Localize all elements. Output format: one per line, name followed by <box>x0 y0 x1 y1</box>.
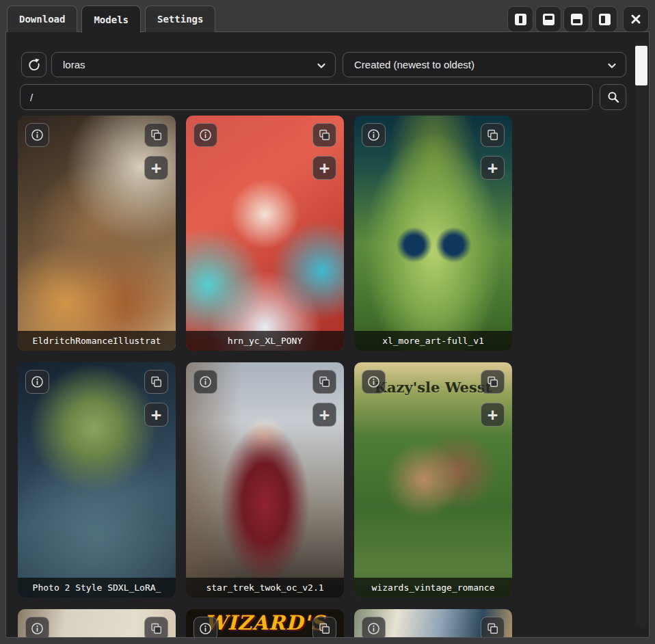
info-icon <box>31 129 44 142</box>
card-copy-button[interactable] <box>144 370 168 394</box>
model-type-select[interactable]: loras <box>51 52 336 77</box>
card-info-button[interactable] <box>193 370 217 394</box>
sort-select[interactable]: Created (newest to oldest) <box>343 52 626 77</box>
card-label: xl_more_art-full_v1 <box>354 331 512 351</box>
tab-download[interactable]: Download <box>7 5 77 32</box>
layout-panel-bottom-button[interactable] <box>563 6 589 32</box>
card-label: star_trek_twok_oc_v2.1 <box>186 578 344 598</box>
copy-icon <box>150 375 163 388</box>
model-card-6[interactable]: Kazy'sle Wesst + wizards_vintage_romance <box>354 362 512 598</box>
layout-panel-bottom-icon <box>571 14 583 25</box>
model-card-1[interactable]: + EldritchRomanceIllustrat <box>18 116 176 351</box>
plus-icon: + <box>151 406 161 423</box>
layout-panel-top-button[interactable] <box>535 6 561 32</box>
info-icon <box>367 129 380 142</box>
tab-models[interactable]: Models <box>81 5 141 33</box>
layout-split-vertical-icon <box>515 14 526 25</box>
copy-icon <box>150 622 163 635</box>
layout-panel-left-button[interactable] <box>591 6 617 32</box>
info-icon <box>31 375 44 388</box>
card-add-button[interactable]: + <box>481 156 505 180</box>
copy-icon <box>486 622 499 635</box>
card-add-button[interactable]: + <box>312 156 336 180</box>
card-copy-button[interactable] <box>481 617 505 638</box>
card-copy-button[interactable] <box>144 123 168 147</box>
card-label: wizards_vintage_romance <box>354 578 512 598</box>
tab-bar: DownloadModelsSettings <box>7 5 215 32</box>
card-copy-button[interactable] <box>312 123 336 147</box>
plus-icon: + <box>151 159 161 176</box>
close-icon <box>629 12 643 26</box>
model-card-3[interactable]: + xl_more_art-full_v1 <box>354 116 512 351</box>
copy-icon <box>486 129 499 142</box>
refresh-button[interactable] <box>21 52 46 77</box>
copy-icon <box>318 375 331 388</box>
card-info-button[interactable] <box>25 370 49 394</box>
layout-split-vertical-button[interactable] <box>507 6 533 32</box>
info-icon <box>31 622 44 635</box>
card-info-button[interactable] <box>193 123 217 147</box>
model-card-2[interactable]: + hrn_yc_XL_PONY <box>186 116 344 351</box>
model-card-8[interactable]: WIZARD'S + <box>186 609 344 638</box>
card-copy-button[interactable] <box>144 617 168 638</box>
chevron-down-icon <box>315 59 328 72</box>
model-card-grid: + EldritchRomanceIllustrat + hrn_yc_XL_P… <box>18 116 626 638</box>
card-info-button[interactable] <box>193 617 217 638</box>
info-icon <box>199 129 212 142</box>
plus-icon: + <box>319 406 330 423</box>
card-copy-button[interactable] <box>312 617 336 638</box>
scrollbar-thumb[interactable] <box>635 46 647 85</box>
window-controls <box>507 6 649 32</box>
model-card-5[interactable]: + star_trek_twok_oc_v2.1 <box>186 362 344 598</box>
copy-icon <box>318 129 331 142</box>
card-info-button[interactable] <box>25 123 49 147</box>
refresh-icon <box>27 57 42 72</box>
card-info-button[interactable] <box>362 370 386 394</box>
model-type-value: loras <box>63 59 85 70</box>
card-add-button[interactable]: + <box>144 403 168 427</box>
info-icon <box>199 375 212 388</box>
close-button[interactable] <box>623 6 649 32</box>
copy-icon <box>150 129 163 142</box>
info-icon <box>199 622 212 635</box>
card-label: hrn_yc_XL_PONY <box>186 331 344 351</box>
search-button[interactable] <box>600 84 626 110</box>
card-add-button[interactable]: + <box>144 156 168 180</box>
card-add-button[interactable]: + <box>481 403 505 427</box>
model-card-7[interactable]: + <box>18 609 176 638</box>
copy-icon <box>486 375 499 388</box>
card-info-button[interactable] <box>362 617 386 638</box>
card-copy-button[interactable] <box>481 123 505 147</box>
card-copy-button[interactable] <box>312 370 336 394</box>
card-add-button[interactable]: + <box>312 403 336 427</box>
copy-icon <box>318 622 331 635</box>
model-card-9[interactable]: + <box>354 609 512 638</box>
info-icon <box>367 622 380 635</box>
models-panel: loras Created (newest to oldest) <box>5 31 650 638</box>
search-icon <box>606 90 620 104</box>
chevron-down-icon <box>605 59 619 72</box>
card-label: Photo 2 Style SDXL_LoRA_ <box>18 578 176 598</box>
info-icon <box>367 375 380 388</box>
sort-value: Created (newest to oldest) <box>354 59 474 70</box>
card-info-button[interactable] <box>25 617 49 638</box>
card-info-button[interactable] <box>362 123 386 147</box>
card-copy-button[interactable] <box>481 370 505 394</box>
plus-icon: + <box>487 159 498 176</box>
plus-icon: + <box>319 159 330 176</box>
vertical-scrollbar[interactable] <box>635 42 647 627</box>
card-label: EldritchRomanceIllustrat <box>18 331 176 351</box>
model-card-4[interactable]: + Photo 2 Style SDXL_LoRA_ <box>18 362 176 598</box>
plus-icon: + <box>487 406 498 423</box>
layout-panel-top-icon <box>543 14 554 25</box>
layout-panel-left-icon <box>599 14 611 25</box>
tab-settings[interactable]: Settings <box>145 5 215 32</box>
search-input[interactable] <box>20 84 593 110</box>
